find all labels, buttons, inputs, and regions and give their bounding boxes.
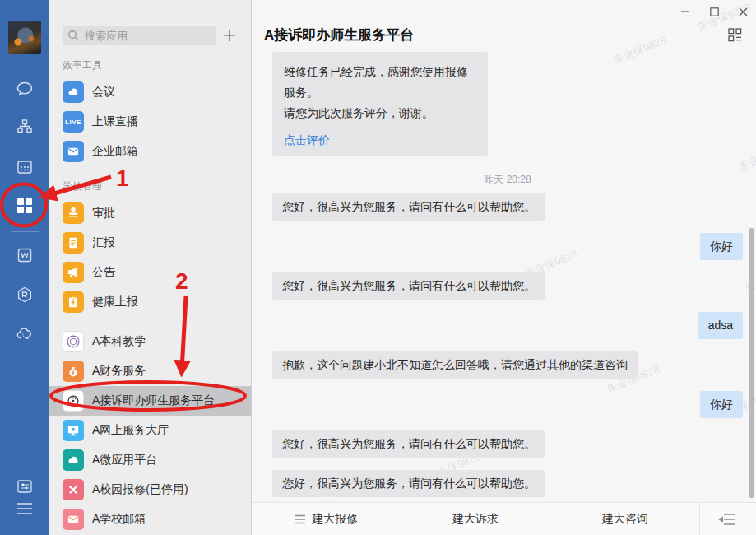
main-menu-icon[interactable] [0, 500, 49, 518]
chat-bottom-bar: 建大报修 建大诉求 建大咨询 [252, 502, 756, 535]
menu-button-appeal[interactable]: 建大诉求 [401, 503, 550, 535]
live-badge-icon: LIVE [63, 111, 84, 133]
docs-icon[interactable] [0, 245, 49, 265]
envelope-icon [63, 509, 84, 530]
message-row: 你好 [272, 391, 743, 418]
menu-button-label: 建大诉求 [452, 512, 499, 527]
chat-title: A接诉即办师生服务平台 [264, 26, 414, 44]
app-item-online-service-hall[interactable]: A网上服务大厅 [49, 416, 251, 445]
chats-icon[interactable] [0, 79, 49, 99]
collapse-menu-icon [718, 512, 738, 527]
cloud-phone-icon[interactable] [0, 324, 49, 344]
menu-button-label: 建大咨询 [602, 512, 648, 527]
timestamp: 昨天 20:28 [272, 173, 743, 185]
message-row: 抱歉，这个问题建小北不知道怎么回答哦，请您通过其他的渠道咨询 [272, 351, 743, 379]
service-card: 维修任务已经完成，感谢您使用报修服务。 请您为此次服务评分，谢谢。 点击评价 [272, 52, 488, 156]
app-item-label: A学校邮箱 [92, 512, 146, 527]
app-item-label: 公告 [92, 265, 115, 280]
window-controls [680, 7, 748, 16]
money-bag-icon: ¥ [63, 361, 84, 382]
service-card-line: 请您为此次服务评分，谢谢。 [284, 103, 476, 123]
app-item-micro-app-platform[interactable]: A微应用平台 [49, 445, 251, 475]
evaluate-link[interactable]: 点击评价 [284, 133, 476, 148]
health-clipboard-icon [63, 291, 84, 313]
chat-panel: 朱金保9828 朱金保9828 朱金保9828 朱金保9828 朱金保9828 … [251, 0, 756, 535]
svg-text:¥: ¥ [72, 370, 75, 375]
app-item-label: 会议 [92, 85, 115, 100]
app-item-campus-repair[interactable]: A校园报修(已停用) [49, 475, 251, 505]
plus-icon [223, 29, 236, 42]
search-icon [67, 30, 79, 41]
message-row: 您好，很高兴为您服务，请问有什么可以帮助您。 [272, 272, 743, 300]
report-doc-icon [63, 232, 84, 254]
rail-divider [11, 231, 39, 232]
message-row: 您好，很高兴为您服务，请问有什么可以帮助您。 [272, 193, 743, 221]
menu-button-repair[interactable]: 建大报修 [252, 503, 401, 535]
message-row: 您好，很高兴为您服务，请问有什么可以帮助您。 [272, 470, 743, 497]
app-item-label: A微应用平台 [92, 453, 157, 468]
app-item-meeting[interactable]: 会议 [49, 77, 251, 107]
phone-dial-icon [63, 390, 84, 412]
app-item-announcement[interactable]: 公告 [49, 258, 251, 287]
close-button[interactable] [738, 7, 748, 16]
section-gap [49, 317, 251, 327]
message-row: 你好 [272, 233, 743, 260]
section-title-school-admin: 学校管理 [63, 179, 238, 193]
menu-button-label: 建大报修 [312, 512, 358, 527]
app-item-finance-service[interactable]: ¥ A财务服务 [49, 356, 251, 386]
app-item-corp-mail[interactable]: 企业邮箱 [49, 137, 251, 166]
collapse-menu-button[interactable] [699, 503, 756, 535]
megaphone-icon [63, 262, 84, 283]
workbench-icon[interactable] [0, 285, 49, 305]
meeting-cloud-icon [63, 81, 84, 103]
app-item-label: 健康上报 [92, 295, 138, 309]
search-input[interactable] [83, 29, 198, 43]
monitor-icon [63, 420, 84, 441]
avatar[interactable] [8, 21, 41, 54]
add-app-button[interactable] [219, 26, 240, 45]
apps-panel: 效率工具 会议 LIVE 上课直播 企业邮箱 学校 [49, 0, 251, 535]
app-item-health-report[interactable]: 健康上报 [49, 287, 251, 317]
message-row: 您好，很高兴为您服务，请问有什么可以帮助您。 [272, 430, 743, 458]
service-menu: 建大报修 建大诉求 建大咨询 [252, 503, 699, 535]
message-bubble: 您好，很高兴为您服务，请问有什么可以帮助您。 [272, 470, 545, 497]
stamp-icon [63, 202, 84, 224]
app-item-label: 上课直播 [92, 114, 138, 129]
app-item-service-platform[interactable]: A接诉即办师生服务平台 [49, 386, 251, 416]
app-item-report[interactable]: 汇报 [49, 228, 251, 258]
wecom-window: 效率工具 会议 LIVE 上课直播 企业邮箱 学校 [0, 0, 756, 535]
app-item-live-class[interactable]: LIVE 上课直播 [49, 107, 251, 137]
contacts-icon[interactable] [0, 117, 49, 137]
university-seal-icon [63, 331, 84, 352]
minimize-button[interactable] [680, 7, 690, 16]
menu-button-consult[interactable]: 建大咨询 [550, 503, 699, 535]
service-card-line: 维修任务已经完成，感谢您使用报修服务。 [284, 62, 476, 103]
settings-sliders-icon[interactable] [0, 477, 49, 496]
section-title-efficiency: 效率工具 [63, 58, 238, 72]
calendar-icon[interactable] [0, 157, 49, 177]
app-item-label: A本科教学 [92, 334, 146, 349]
left-rail [0, 0, 49, 535]
app-item-label: A财务服务 [92, 364, 146, 379]
message-bubble: 您好，很高兴为您服务，请问有什么可以帮助您。 [272, 193, 545, 221]
workspace-grid-icon[interactable] [0, 196, 49, 216]
message-bubble: 你好 [700, 391, 743, 418]
app-item-school-mail[interactable]: A学校邮箱 [49, 505, 251, 534]
message-bubble: adsa [698, 312, 743, 339]
cloud-icon [63, 449, 84, 471]
app-item-undergrad-teaching[interactable]: A本科教学 [49, 327, 251, 356]
app-item-label: A接诉即办师生服务平台 [92, 393, 215, 408]
message-list: 维修任务已经完成，感谢您使用报修服务。 请您为此次服务评分，谢谢。 点击评价 昨… [252, 50, 756, 502]
search-row [63, 26, 240, 45]
message-bubble: 你好 [700, 233, 743, 260]
app-item-label: 审批 [92, 206, 115, 221]
message-bubble: 您好，很高兴为您服务，请问有什么可以帮助您。 [272, 430, 545, 458]
scrollbar-thumb[interactable] [749, 228, 754, 498]
app-item-approval[interactable]: 审批 [49, 198, 251, 228]
search-box[interactable] [63, 26, 216, 45]
crossed-tools-icon [63, 479, 84, 500]
mail-icon [63, 141, 84, 162]
multi-window-icon[interactable] [728, 28, 742, 45]
app-item-label: 汇报 [92, 235, 115, 250]
maximize-button[interactable] [709, 7, 719, 16]
